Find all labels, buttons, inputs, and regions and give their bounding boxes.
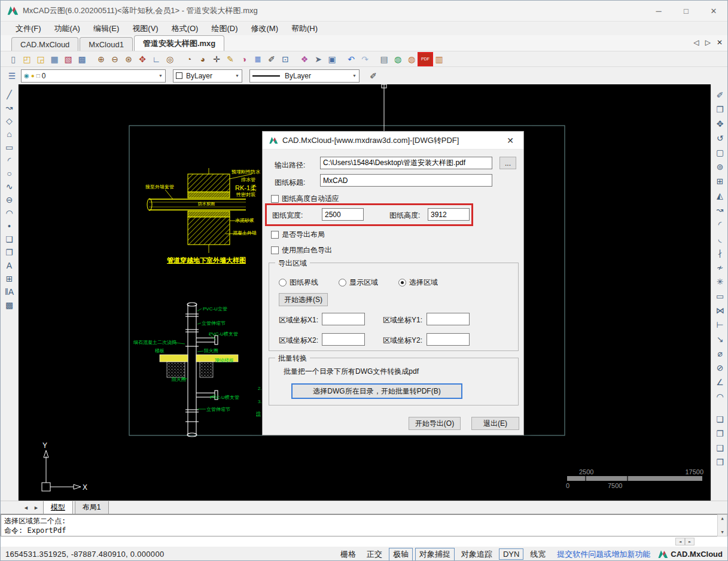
toolbar-icon[interactable]: ◍ (391, 53, 404, 65)
modify-tool-icon[interactable]: ❐ (713, 426, 727, 441)
exit-button[interactable]: 退出(E) (471, 417, 519, 430)
batch-convert-button[interactable]: 选择DWG所在目录，开始批量转PDF(B) (291, 383, 462, 399)
export-layout-checkbox[interactable] (271, 231, 279, 239)
toolbar-icon[interactable]: ▥ (432, 53, 446, 65)
status-toggle[interactable]: 对象追踪 (457, 548, 496, 561)
modify-tool-icon[interactable]: ↺ (713, 131, 727, 145)
draw-tool-icon[interactable]: A (2, 259, 17, 272)
toolbar-icon[interactable]: ◕ (196, 53, 209, 65)
modify-tool-icon[interactable]: ✳ (713, 275, 727, 289)
toolbar-icon[interactable]: ⊕ (95, 53, 108, 65)
toolbar-icon[interactable]: ▯ (7, 53, 20, 65)
modify-tool-icon[interactable]: ▢ (713, 145, 727, 160)
modify-tool-icon[interactable]: ❐ (713, 102, 727, 117)
layers-icon[interactable]: ☰ (5, 70, 19, 82)
modify-tool-icon[interactable]: ⊢ (713, 318, 727, 332)
command-hscrollbar[interactable]: ◄ ► (675, 538, 695, 545)
menu-item[interactable]: 帮助(H) (285, 22, 324, 35)
menu-item[interactable]: 编辑(E) (87, 22, 126, 35)
draw-tool-icon[interactable]: ▭ (2, 141, 17, 154)
modify-tool-icon[interactable]: ◠ (713, 389, 727, 404)
command-scrollbar[interactable]: ▲ ▼ (717, 514, 727, 536)
paper-height-input[interactable] (428, 208, 470, 221)
tab-model[interactable]: 模型 (43, 501, 73, 514)
feedback-link[interactable]: 提交软件问题或增加新功能 (557, 549, 650, 560)
draw-tool-icon[interactable]: ‖A (2, 285, 17, 298)
tab-layout1[interactable]: 布局1 (75, 501, 109, 514)
menu-item[interactable]: 功能(A) (48, 22, 87, 35)
toolbar-icon[interactable]: ✛ (210, 53, 223, 65)
draw-tool-icon[interactable]: ⊞ (2, 272, 17, 285)
draw-tool-icon[interactable]: ❏ (2, 233, 17, 246)
modify-tool-icon[interactable]: ❏ (713, 412, 727, 426)
modify-tool-icon[interactable]: ↘ (713, 332, 727, 346)
modify-tool-icon[interactable]: ◟ (713, 231, 727, 246)
modify-tool-icon[interactable]: ◜ (713, 217, 727, 231)
status-toggle[interactable]: 正交 (363, 548, 386, 561)
toolbar-icon[interactable]: ⊡ (279, 53, 292, 65)
tab-prev-icon[interactable]: ◁ (693, 38, 699, 47)
modify-tool-icon[interactable]: ◭ (713, 188, 727, 203)
radio-paper-border[interactable]: 图纸界线 (279, 278, 318, 288)
toolbar-icon[interactable]: ❖ (298, 53, 311, 65)
toolbar-icon[interactable]: ▩ (75, 53, 89, 65)
status-toggle[interactable]: 极轴 (389, 548, 413, 561)
toolbar-icon[interactable]: ◑ (237, 53, 251, 65)
toolbar-icon[interactable]: ▧ (62, 53, 75, 65)
toolbar-icon[interactable]: ▣ (325, 53, 339, 65)
paper-width-input[interactable] (322, 208, 364, 221)
region-x2-input[interactable] (322, 333, 365, 346)
menu-item[interactable]: 格式(O) (165, 22, 205, 35)
menu-item[interactable]: 文件(F) (9, 22, 48, 35)
modify-tool-icon[interactable]: ⊚ (713, 160, 727, 174)
linetype-dropdown[interactable]: ByLayer ▼ (249, 69, 360, 83)
modify-tool-icon[interactable]: ⊘ (713, 361, 727, 375)
modify-tool-icon[interactable]: ↝ (713, 203, 727, 217)
region-y1-input[interactable] (427, 313, 470, 325)
tab-next-icon[interactable]: ▷ (705, 38, 711, 47)
toolbar-icon[interactable]: ✥ (136, 53, 149, 65)
auto-height-checkbox[interactable] (271, 195, 279, 203)
model-tab-prev-icon[interactable]: ◄ (21, 505, 31, 511)
toolbar-icon[interactable]: ◲ (34, 53, 47, 65)
minimize-button[interactable]: ─ (645, 1, 672, 21)
dialog-close-icon[interactable]: ✕ (503, 135, 517, 147)
modify-tool-icon[interactable]: ⌀ (713, 346, 727, 361)
toolbar-icon[interactable]: ◔ (182, 53, 196, 65)
menu-item[interactable]: 修改(M) (244, 22, 285, 35)
radio-display-region[interactable]: 显示区域 (339, 278, 378, 288)
draw-tool-icon[interactable]: ╱ (2, 88, 17, 101)
draw-tool-icon[interactable]: ⊖ (2, 193, 17, 206)
status-toggle[interactable]: 对象捕捉 (415, 548, 455, 561)
toolbar-icon[interactable]: ∟ (150, 53, 163, 65)
command-input[interactable] (1, 536, 728, 547)
draw-tool-icon[interactable]: ↝ (2, 101, 17, 114)
tab-drawing-file[interactable]: 管道安装大样图.mxg (134, 35, 224, 51)
tab-mxcloud1[interactable]: MxCloud1 (80, 37, 133, 51)
toolbar-icon[interactable]: ✎ (224, 53, 237, 65)
toolbar-icon[interactable]: ▦ (48, 53, 61, 65)
modify-tool-icon[interactable]: ∤ (713, 246, 727, 260)
layer-dropdown[interactable]: ◉ ● □ 0 ▼ (21, 69, 166, 83)
draw-tool-icon[interactable]: • (2, 219, 17, 233)
browse-button[interactable]: ... (499, 157, 516, 169)
toolbar-icon[interactable]: ◰ (20, 53, 33, 65)
modify-tool-icon[interactable]: ≁ (713, 260, 727, 275)
status-toggle[interactable]: DYN (499, 548, 523, 560)
toolbar-icon[interactable]: PDF (419, 53, 432, 65)
scroll-left-icon[interactable]: ◄ (675, 538, 685, 545)
toolbar-icon[interactable]: ⊖ (108, 53, 121, 65)
menu-item[interactable]: 视图(V) (126, 22, 165, 35)
region-y2-input[interactable] (427, 333, 470, 346)
close-button[interactable]: ✕ (700, 1, 727, 21)
draw-tool-icon[interactable]: ⌂ (2, 127, 17, 141)
scroll-right-icon[interactable]: ► (685, 538, 695, 545)
color-dropdown[interactable]: ByLayer ▼ (173, 69, 242, 83)
draw-tool-icon[interactable]: ◠ (2, 206, 17, 219)
modify-tool-icon[interactable]: ⋈ (713, 303, 727, 318)
model-tab-next-icon[interactable]: ► (31, 505, 41, 511)
toolbar-icon[interactable]: ↶ (345, 53, 358, 65)
draw-tool-icon[interactable]: ▩ (2, 298, 17, 312)
status-toggle[interactable]: 栅格 (336, 548, 360, 561)
scroll-up-icon[interactable]: ▲ (721, 516, 723, 521)
